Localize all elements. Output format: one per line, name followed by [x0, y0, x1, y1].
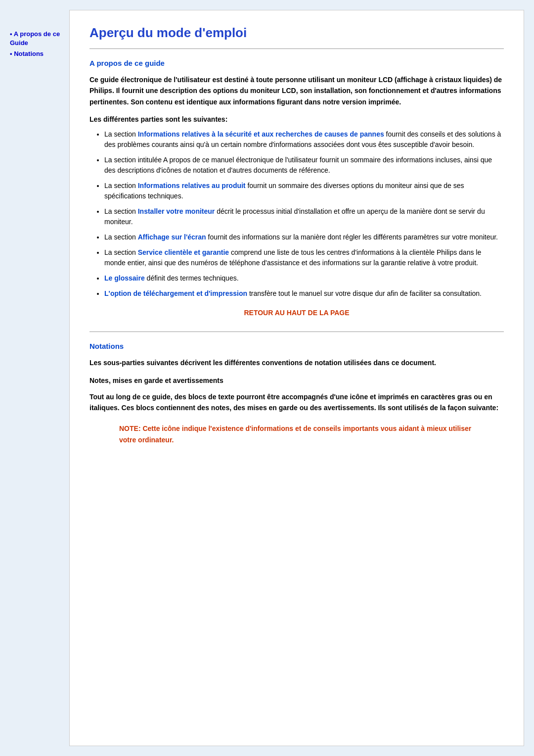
- link-glossaire[interactable]: Le glossaire: [104, 274, 145, 282]
- list-suffix: fournit des informations sur la manière …: [206, 233, 498, 241]
- link-installer[interactable]: Installer votre moniteur: [138, 207, 215, 215]
- list-intro: Les différentes parties sont les suivant…: [89, 115, 504, 123]
- title-divider: [89, 48, 504, 49]
- sidebar-item-notations[interactable]: • Notations: [10, 49, 64, 58]
- notations-title: Notations: [89, 342, 504, 350]
- list-item: La section Affichage sur l'écran fournit…: [104, 232, 504, 242]
- link-service[interactable]: Service clientèle et garantie: [138, 248, 229, 256]
- note-box: NOTE: Cette icône indique l'existence d'…: [119, 423, 474, 445]
- link-securite[interactable]: Informations relatives à la sécurité et …: [138, 130, 384, 138]
- list-item: La section intitulée A propos de ce manu…: [104, 155, 504, 176]
- list-item: Le glossaire définit des termes techniqu…: [104, 273, 504, 284]
- section-apropos: A propos de ce guide Ce guide électroniq…: [89, 59, 504, 317]
- list-item: L'option de téléchargement et d'impressi…: [104, 288, 504, 299]
- list-item: La section Service clientèle et garantie…: [104, 247, 504, 268]
- section-apropos-title: A propos de ce guide: [89, 59, 504, 67]
- list-prefix: La section: [104, 130, 138, 138]
- list-prefix: La section: [104, 233, 138, 241]
- section-divider: [89, 331, 504, 332]
- list-suffix: définit des termes techniques.: [145, 274, 239, 282]
- link-affichage[interactable]: Affichage sur l'écran: [138, 233, 206, 241]
- list-item: La section Informations relatives au pro…: [104, 181, 504, 201]
- section-notations: Notations Les sous-parties suivantes déc…: [89, 342, 504, 445]
- list-prefix: La section: [104, 248, 138, 256]
- note-text: NOTE: Cette icône indique l'existence d'…: [119, 423, 474, 445]
- list-item: La section Informations relatives à la s…: [104, 129, 504, 150]
- notes-body: Tout au long de ce guide, des blocs de t…: [89, 391, 504, 414]
- bullet-list: La section Informations relatives à la s…: [89, 129, 504, 299]
- list-prefix: La section: [104, 207, 138, 215]
- list-item: La section Installer votre moniteur décr…: [104, 206, 504, 227]
- sidebar: • A propos de ce Guide • Notations: [10, 10, 69, 746]
- list-suffix: transfère tout le manuel sur votre disqu…: [247, 289, 482, 297]
- link-produit[interactable]: Informations relatives au produit: [138, 182, 246, 189]
- return-to-top-link[interactable]: RETOUR AU HAUT DE LA PAGE: [244, 309, 349, 317]
- sidebar-item-apropos[interactable]: • A propos de ce Guide: [10, 30, 64, 47]
- link-telechargement[interactable]: L'option de téléchargement et d'impressi…: [104, 289, 247, 297]
- list-prefix: La section: [104, 182, 138, 189]
- notes-subtitle: Notes, mises en garde et avertissements: [89, 377, 504, 384]
- main-content: Aperçu du mode d'emploi A propos de ce g…: [69, 10, 524, 746]
- return-link-container: RETOUR AU HAUT DE LA PAGE: [89, 309, 504, 317]
- list-text: La section intitulée A propos de ce manu…: [104, 156, 492, 174]
- page-title: Aperçu du mode d'emploi: [89, 25, 504, 41]
- section-apropos-intro: Ce guide électronique de l'utilisateur e…: [89, 74, 504, 107]
- notations-intro: Les sous-parties suivantes décrivent les…: [89, 357, 504, 368]
